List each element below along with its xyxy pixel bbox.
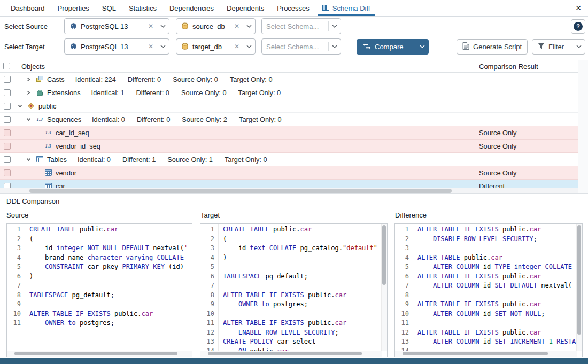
target-database-select[interactable]: target_db ✕	[176, 38, 256, 55]
stat-different: Different: 1	[122, 156, 156, 164]
tab-dependencies[interactable]: Dependencies	[163, 0, 220, 16]
chevron-down-icon[interactable]	[416, 45, 429, 48]
comparison-result-value	[475, 99, 578, 112]
row-checkbox[interactable]	[4, 156, 11, 163]
clear-icon[interactable]: ✕	[145, 22, 157, 30]
grid-row-vendor[interactable]: vendorSource Only	[0, 166, 578, 180]
clear-icon[interactable]: ✕	[231, 22, 243, 30]
postgresql-server-icon	[69, 22, 78, 30]
row-checkbox[interactable]	[4, 129, 11, 136]
horizontal-scrollbar[interactable]	[7, 351, 192, 357]
source-schema-select[interactable]: Select Schema...	[261, 18, 341, 34]
expand-toggle-icon[interactable]	[25, 77, 32, 82]
close-icon[interactable]: ✕	[575, 4, 582, 12]
row-checkbox[interactable]	[4, 169, 11, 176]
compare-arrows-icon	[363, 43, 371, 51]
grid-row-vendor_id_seq[interactable]: 1.3vendor_id_seqSource Only	[0, 140, 578, 153]
stat-target_only: Target Only: 0	[225, 156, 267, 164]
grid-vertical-scrollbar[interactable]	[578, 60, 588, 194]
scrollbar-thumb[interactable]	[403, 352, 548, 355]
object-label: Tables	[47, 156, 67, 164]
stat-target_only: Target Only: 0	[238, 89, 281, 97]
clear-icon[interactable]: ✕	[145, 43, 157, 50]
collapse-toggle-icon[interactable]	[25, 117, 32, 122]
filter-button[interactable]: Filter	[532, 39, 585, 55]
comparison-result-value	[475, 86, 578, 99]
chevron-down-icon[interactable]	[243, 25, 255, 28]
source-panel-title: Source	[6, 211, 28, 219]
horizontal-scrollbar[interactable]	[395, 351, 577, 357]
chevron-down-icon[interactable]	[329, 25, 341, 28]
scrollbar-thumb[interactable]	[382, 225, 386, 285]
generate-script-button[interactable]: Generate Script	[457, 39, 528, 55]
stat-identical: Identical: 0	[92, 115, 125, 123]
target-server-select[interactable]: PostgreSQL 13 ✕	[64, 38, 169, 55]
schema-placeholder: Select Schema...	[266, 43, 328, 51]
chevron-down-icon[interactable]	[157, 45, 169, 48]
row-checkbox[interactable]	[4, 143, 11, 150]
tab-sql[interactable]: SQL	[96, 0, 122, 16]
source-ddl-editor[interactable]: 1234567891011 CREATE TABLE public.car( i…	[6, 223, 192, 357]
stat-different: Different: 0	[128, 75, 161, 83]
ddl-comparison-section: DDL Comparison Source Target Difference …	[0, 193, 588, 364]
target-schema-select[interactable]: Select Schema...	[261, 38, 341, 55]
help-icon: ?	[574, 22, 583, 31]
vertical-scrollbar[interactable]	[381, 224, 387, 351]
compare-button[interactable]: Compare	[357, 39, 429, 55]
row-checkbox[interactable]	[4, 116, 11, 123]
object-label: Casts	[47, 75, 65, 83]
chevron-down-icon[interactable]	[157, 25, 169, 28]
target-ddl-editor[interactable]: 1234567891011121314 CREATE TABLE public.…	[200, 223, 388, 357]
horizontal-scrollbar[interactable]	[200, 351, 382, 357]
row-checkbox[interactable]	[4, 89, 11, 96]
comparison-stats: Identical: 0Different: 0Source Only: 2Ta…	[92, 115, 282, 123]
stat-source_only: Source Only: 0	[173, 75, 218, 83]
row-checkbox[interactable]	[4, 76, 11, 83]
row-checkbox[interactable]	[4, 103, 11, 110]
ddl-panel-headers: Source Target Difference	[0, 208, 588, 222]
grid-row-Extensions[interactable]: ExtensionsIdentical: 1Different: 0Source…	[0, 86, 578, 99]
stat-source_only: Source Only: 1	[167, 156, 213, 164]
grid-row-public[interactable]: public	[0, 99, 578, 113]
select-target-label: Select Target	[4, 43, 64, 51]
filter-icon	[538, 43, 545, 51]
stat-different: Different: 0	[136, 89, 169, 97]
clear-icon[interactable]: ✕	[231, 43, 243, 50]
tab-processes[interactable]: Processes	[270, 0, 316, 16]
tab-schema-diff[interactable]: Schema Diff	[316, 0, 377, 16]
scrollbar-thumb[interactable]	[29, 189, 452, 193]
collapse-toggle-icon[interactable]	[25, 157, 32, 162]
stat-identical: Identical: 0	[78, 156, 111, 164]
tab-dashboard[interactable]: Dashboard	[4, 0, 51, 16]
comparison-result-value	[475, 113, 578, 126]
scrollbar-thumb[interactable]	[577, 225, 581, 335]
target-panel-title: Target	[200, 211, 220, 219]
collapse-toggle-icon[interactable]	[16, 104, 24, 109]
tab-statistics[interactable]: Statistics	[122, 0, 163, 16]
scrollbar-thumb[interactable]	[14, 352, 177, 355]
tab-dependents[interactable]: Dependents	[220, 0, 270, 16]
grid-row-car_id_seq[interactable]: 1.3car_id_seqSource Only	[0, 126, 578, 140]
grid-row-Casts[interactable]: CastsIdentical: 224Different: 0Source On…	[0, 73, 578, 86]
grid-row-Sequences[interactable]: 1.3SequencesIdentical: 0Different: 0Sour…	[0, 113, 578, 126]
expand-toggle-icon[interactable]	[25, 90, 32, 95]
source-database-select[interactable]: source_db ✕	[176, 18, 256, 34]
selected-database-value: source_db	[192, 22, 231, 30]
table-icon	[35, 156, 44, 162]
filter-label: Filter	[548, 43, 564, 51]
help-button[interactable]: ?	[571, 19, 585, 34]
source-server-select[interactable]: PostgreSQL 13 ✕	[64, 18, 169, 34]
grid-row-Tables[interactable]: TablesIdentical: 0Different: 1Source Onl…	[0, 153, 578, 166]
select-all-checkbox[interactable]	[3, 63, 10, 69]
extension-icon	[35, 89, 44, 96]
scrollbar-thumb[interactable]	[208, 352, 362, 355]
chevron-down-icon[interactable]	[573, 45, 585, 48]
tab-properties[interactable]: Properties	[51, 0, 96, 16]
vertical-scrollbar[interactable]	[576, 224, 582, 351]
chevron-down-icon[interactable]	[329, 45, 341, 48]
chevron-down-icon[interactable]	[243, 45, 255, 48]
column-divider	[475, 60, 475, 188]
objects-column-header: Objects	[21, 63, 45, 71]
stat-target_only: Target Only: 0	[239, 115, 282, 123]
difference-ddl-editor[interactable]: 1234567891011121314 ALTER TABLE IF EXIST…	[394, 223, 583, 357]
